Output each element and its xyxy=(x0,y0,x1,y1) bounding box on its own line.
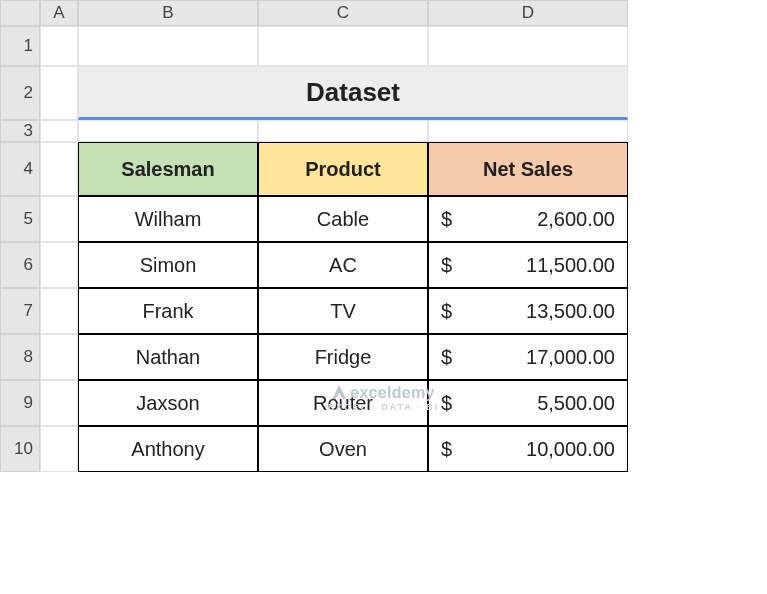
cell-A6[interactable] xyxy=(40,242,78,288)
table-cell-product[interactable]: TV xyxy=(258,288,428,334)
currency-symbol: $ xyxy=(441,300,452,323)
cell-B3[interactable] xyxy=(78,120,258,142)
watermark: exceldemy EXCEL · DATA · BI xyxy=(0,384,767,412)
cell-C1[interactable] xyxy=(258,26,428,66)
row-header-8[interactable]: 8 xyxy=(0,334,40,380)
watermark-name: exceldemy xyxy=(350,384,435,401)
currency-symbol: $ xyxy=(441,438,452,461)
table-cell-salesman[interactable]: Nathan xyxy=(78,334,258,380)
col-header-D[interactable]: D xyxy=(428,0,628,26)
currency-symbol: $ xyxy=(441,254,452,277)
cell-A8[interactable] xyxy=(40,334,78,380)
table-cell-salesman[interactable]: Simon xyxy=(78,242,258,288)
col-header-C[interactable]: C xyxy=(258,0,428,26)
table-cell-netsales[interactable]: $ 13,500.00 xyxy=(428,288,628,334)
table-cell-netsales[interactable]: $ 10,000.00 xyxy=(428,426,628,472)
amount-value: 17,000.00 xyxy=(526,346,615,369)
cell-A3[interactable] xyxy=(40,120,78,142)
header-product[interactable]: Product xyxy=(258,142,428,196)
cell-D1[interactable] xyxy=(428,26,628,66)
amount-value: 10,000.00 xyxy=(526,438,615,461)
cell-A2[interactable] xyxy=(40,66,78,120)
cell-C3[interactable] xyxy=(258,120,428,142)
row-header-6[interactable]: 6 xyxy=(0,242,40,288)
row-header-3[interactable]: 3 xyxy=(0,120,40,142)
cell-A4[interactable] xyxy=(40,142,78,196)
watermark-tagline: EXCEL · DATA · BI xyxy=(0,402,767,412)
header-salesman[interactable]: Salesman xyxy=(78,142,258,196)
row-header-4[interactable]: 4 xyxy=(0,142,40,196)
header-netsales[interactable]: Net Sales xyxy=(428,142,628,196)
dataset-title[interactable]: Dataset xyxy=(78,66,628,120)
table-cell-salesman[interactable]: Anthony xyxy=(78,426,258,472)
cell-B1[interactable] xyxy=(78,26,258,66)
amount-value: 13,500.00 xyxy=(526,300,615,323)
currency-symbol: $ xyxy=(441,208,452,231)
row-header-1[interactable]: 1 xyxy=(0,26,40,66)
amount-value: 11,500.00 xyxy=(526,254,615,277)
logo-icon xyxy=(332,385,346,399)
col-header-A[interactable]: A xyxy=(40,0,78,26)
amount-value: 2,600.00 xyxy=(537,208,615,231)
spreadsheet-grid: A B C D 1 2 Dataset 3 4 Salesman Product… xyxy=(0,0,767,472)
table-cell-product[interactable]: Fridge xyxy=(258,334,428,380)
table-cell-product[interactable]: Oven xyxy=(258,426,428,472)
cell-A10[interactable] xyxy=(40,426,78,472)
row-header-7[interactable]: 7 xyxy=(0,288,40,334)
table-cell-product[interactable]: Cable xyxy=(258,196,428,242)
table-cell-salesman[interactable]: Frank xyxy=(78,288,258,334)
cell-A1[interactable] xyxy=(40,26,78,66)
table-cell-netsales[interactable]: $ 11,500.00 xyxy=(428,242,628,288)
row-header-2[interactable]: 2 xyxy=(0,66,40,120)
cell-A7[interactable] xyxy=(40,288,78,334)
row-header-5[interactable]: 5 xyxy=(0,196,40,242)
select-all-corner[interactable] xyxy=(0,0,40,26)
table-cell-netsales[interactable]: $ 2,600.00 xyxy=(428,196,628,242)
currency-symbol: $ xyxy=(441,346,452,369)
row-header-10[interactable]: 10 xyxy=(0,426,40,472)
table-cell-netsales[interactable]: $ 17,000.00 xyxy=(428,334,628,380)
cell-A5[interactable] xyxy=(40,196,78,242)
table-cell-product[interactable]: AC xyxy=(258,242,428,288)
col-header-B[interactable]: B xyxy=(78,0,258,26)
cell-D3[interactable] xyxy=(428,120,628,142)
table-cell-salesman[interactable]: Wilham xyxy=(78,196,258,242)
